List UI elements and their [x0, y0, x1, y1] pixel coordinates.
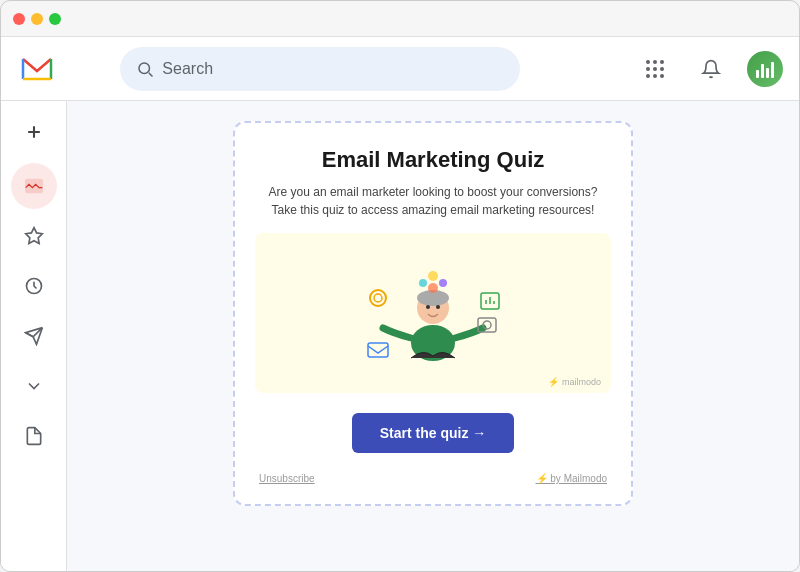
cta-label: Start the quiz →: [380, 425, 487, 441]
svg-point-14: [370, 290, 386, 306]
svg-point-25: [419, 279, 427, 287]
svg-point-23: [428, 283, 438, 293]
clock-icon: [24, 276, 44, 296]
star-icon: [24, 226, 44, 246]
maximize-button[interactable]: [49, 13, 61, 25]
email-content: Email Marketing Quiz Are you an email ma…: [67, 101, 799, 572]
sidebar-item-starred[interactable]: [11, 213, 57, 259]
svg-rect-18: [368, 343, 388, 357]
sidebar-item-compose[interactable]: [11, 109, 57, 155]
gmail-header: Search: [1, 37, 799, 101]
mailmodo-badge: ⚡ mailmodo: [548, 377, 601, 387]
inbox-icon: [24, 176, 44, 196]
gmail-logo: [17, 49, 57, 89]
sidebar-item-drafts[interactable]: [11, 363, 57, 409]
svg-point-13: [436, 305, 440, 309]
svg-marker-6: [25, 228, 42, 244]
search-icon: [136, 60, 154, 78]
main-layout: Email Marketing Quiz Are you an email ma…: [1, 101, 799, 572]
file-icon: [24, 426, 44, 446]
svg-point-24: [439, 279, 447, 287]
notifications-button[interactable]: [691, 49, 731, 89]
search-placeholder-text: Search: [162, 60, 213, 78]
start-quiz-button[interactable]: Start the quiz →: [352, 413, 515, 453]
user-avatar[interactable]: [747, 51, 783, 87]
sidebar-item-snoozed[interactable]: [11, 263, 57, 309]
unsubscribe-link[interactable]: Unsubscribe: [259, 473, 315, 484]
title-bar: [1, 1, 799, 37]
svg-point-12: [426, 305, 430, 309]
svg-line-2: [149, 72, 153, 76]
chevron-down-icon: [24, 376, 44, 396]
bell-icon: [701, 59, 721, 79]
svg-point-15: [374, 294, 382, 302]
illustration-inner: [255, 233, 611, 393]
email-card: Email Marketing Quiz Are you an email ma…: [233, 121, 633, 506]
app-grid-button[interactable]: [635, 49, 675, 89]
email-subtitle: Are you an email marketer looking to boo…: [255, 183, 611, 219]
sidebar: [1, 101, 67, 572]
illustration-box: ⚡ mailmodo: [255, 233, 611, 393]
sidebar-item-inbox[interactable]: [11, 163, 57, 209]
apps-icon: [646, 60, 664, 78]
avatar-content: [747, 51, 783, 87]
close-button[interactable]: [13, 13, 25, 25]
powered-by-link[interactable]: ⚡ by Mailmodo: [536, 473, 607, 484]
send-icon: [24, 326, 44, 346]
traffic-lights: [13, 13, 61, 25]
email-title: Email Marketing Quiz: [322, 147, 545, 173]
minimize-button[interactable]: [31, 13, 43, 25]
email-footer: Unsubscribe ⚡ by Mailmodo: [255, 473, 611, 484]
svg-point-26: [428, 271, 438, 281]
sidebar-item-attachments[interactable]: [11, 413, 57, 459]
plus-icon: [24, 122, 44, 142]
sidebar-item-sent[interactable]: [11, 313, 57, 359]
chartbar-icon: [756, 60, 774, 78]
header-right: [635, 49, 783, 89]
search-bar[interactable]: Search: [120, 47, 520, 91]
svg-point-1: [139, 63, 150, 74]
person-illustration: [333, 248, 533, 378]
